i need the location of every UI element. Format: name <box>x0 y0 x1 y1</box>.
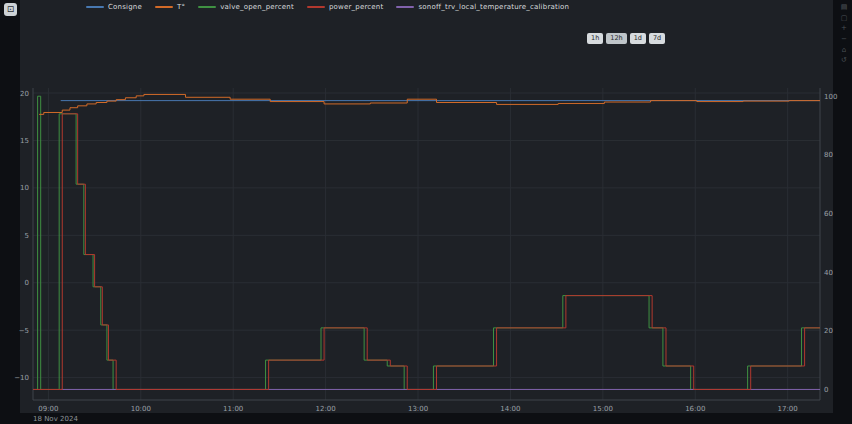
reset-axes-icon[interactable]: ↺ <box>839 57 849 65</box>
legend-swatch-icon <box>155 6 173 8</box>
x-tick-label: 10:00 <box>131 405 151 413</box>
range-button-1h[interactable]: 1h <box>587 33 603 44</box>
range-button-12h[interactable]: 12h <box>606 33 626 44</box>
chart-canvas[interactable]: 18 Nov 2024 09:0010:0011:0012:0013:0014:… <box>0 0 852 424</box>
y-left-tick-label: 15 <box>20 137 29 145</box>
x-tick-label: 16:00 <box>685 405 705 413</box>
chart-card: { "toolbar": { "expand_glyph": "⊡" }, "r… <box>0 0 852 424</box>
zoom-in-icon[interactable]: + <box>839 25 849 33</box>
x-tick-label: 12:00 <box>316 405 336 413</box>
legend-label: T° <box>177 3 185 11</box>
range-button-7d[interactable]: 7d <box>649 33 665 44</box>
x-axis-date-label: 18 Nov 2024 <box>33 415 78 423</box>
series-line-t <box>39 94 820 114</box>
y-left-tick-label: 10 <box>20 184 29 192</box>
x-tick-label: 13:00 <box>408 405 428 413</box>
y-left-tick-label: −5 <box>19 327 29 335</box>
legend-swatch-icon <box>396 6 414 8</box>
legend-label: power_percent <box>329 3 384 11</box>
y-right-tick-label: 80 <box>824 151 833 159</box>
y-right-tick-label: 0 <box>824 386 828 394</box>
series-lines <box>33 94 820 389</box>
legend: ConsigneT°valve_open_percentpower_percen… <box>86 3 569 11</box>
legend-label: sonoff_trv_local_temperature_calibration <box>418 3 569 11</box>
legend-label: Consigne <box>108 3 142 11</box>
legend-swatch-icon <box>307 6 325 8</box>
y-right-tick-label: 100 <box>824 93 837 101</box>
y-right-tick-label: 20 <box>824 327 833 335</box>
y-right-tick-label: 40 <box>824 269 833 277</box>
modebar: ▤▢+−⌂↺ <box>839 4 849 65</box>
home-icon[interactable]: ⌂ <box>839 47 849 55</box>
series-line-power-percent <box>33 114 820 390</box>
y-left-tick-label: 0 <box>25 279 29 287</box>
legend-item-power-percent[interactable]: power_percent <box>307 3 384 11</box>
legend-swatch-icon <box>198 6 216 8</box>
modebar-expand-button[interactable]: ⊡ <box>4 3 17 16</box>
y-left-tick-label: 5 <box>25 232 29 240</box>
y-right-tick-label: 60 <box>824 210 833 218</box>
range-selector: 1h12h1d7d <box>587 33 665 44</box>
x-tick-label: 09:00 <box>38 405 58 413</box>
x-tick-label: 11:00 <box>223 405 243 413</box>
x-tick-label: 15:00 <box>593 405 613 413</box>
axes <box>33 88 820 400</box>
range-button-1d[interactable]: 1d <box>630 33 646 44</box>
legend-label: valve_open_percent <box>220 3 294 11</box>
zoom-out-icon[interactable]: − <box>839 36 849 44</box>
legend-swatch-icon <box>86 6 104 8</box>
legend-item-consigne[interactable]: Consigne <box>86 3 142 11</box>
camera-icon[interactable]: ▤ <box>839 4 849 12</box>
y-left-tick-label: −10 <box>14 374 29 382</box>
legend-item-valve-open-percent[interactable]: valve_open_percent <box>198 3 294 11</box>
y-left-tick-label: 20 <box>20 90 29 98</box>
zoom-icon[interactable]: ▢ <box>839 15 849 23</box>
gridlines <box>33 88 820 400</box>
legend-item-t[interactable]: T° <box>155 3 185 11</box>
legend-item-sonoff-trv-local-temperature-calibration[interactable]: sonoff_trv_local_temperature_calibration <box>396 3 569 11</box>
expand-icon: ⊡ <box>7 5 15 14</box>
x-tick-label: 17:00 <box>778 405 798 413</box>
axis-labels: 18 Nov 2024 09:0010:0011:0012:0013:0014:… <box>14 90 837 423</box>
x-tick-label: 14:00 <box>500 405 520 413</box>
